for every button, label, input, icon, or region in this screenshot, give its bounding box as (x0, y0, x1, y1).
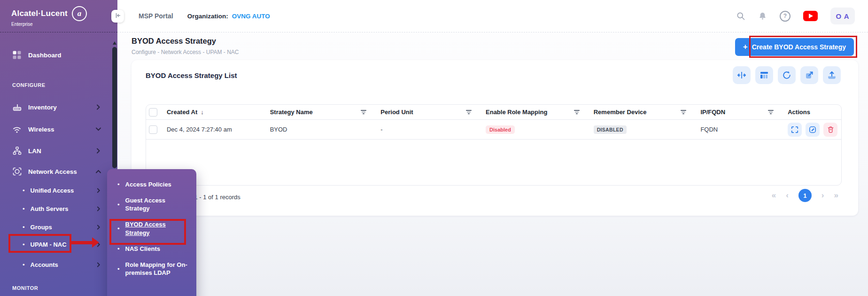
wifi-icon (12, 125, 22, 133)
current-page-button[interactable]: 1 (798, 189, 812, 202)
main-content: BYOD Access Strategy Configure - Network… (117, 32, 868, 296)
column-header-enable-role-mapping[interactable]: Enable Role Mapping (479, 109, 587, 116)
flyout-item-guest-access-strategy[interactable]: • Guest Access Strategy (117, 196, 196, 212)
avatar[interactable]: O A (830, 8, 855, 24)
select-all-checkbox[interactable] (149, 108, 157, 117)
create-byod-strategy-button[interactable]: + Create BYOD Access Strategy (735, 38, 854, 56)
chevron-right-icon (96, 148, 101, 154)
edit-icon[interactable] (806, 123, 820, 137)
sidebar-item-network-access[interactable]: Network Access (0, 163, 117, 180)
flyout-item-nas-clients[interactable]: • NAS Clients (117, 245, 196, 253)
filter-icon[interactable] (681, 110, 686, 114)
sidebar-item-lan[interactable]: LAN (0, 142, 117, 159)
filter-icon[interactable] (466, 110, 472, 114)
chevron-up-icon (96, 170, 101, 174)
columns-icon[interactable] (755, 66, 773, 84)
help-icon[interactable]: ? (780, 11, 790, 22)
bullet-icon: • (117, 245, 120, 252)
upload-icon[interactable] (823, 66, 841, 84)
plus-icon: + (743, 42, 748, 52)
sidebar-item-dashboard[interactable]: Dashboard (0, 47, 117, 63)
bullet-icon: • (117, 181, 120, 188)
sidebar-section-configure: CONFIGURE (12, 82, 46, 88)
bullet-icon: • (23, 205, 25, 212)
chevron-right-icon (96, 104, 101, 110)
sidebar-scrollbar[interactable] (112, 47, 117, 168)
column-header-ip-fqdn[interactable]: IP/FQDN (694, 109, 781, 116)
network-access-icon (12, 167, 22, 176)
sidebar-item-auth-servers[interactable]: • Auth Servers (0, 201, 117, 216)
table-footer: Showing 1 - 1 of 1 records « ‹ 1 › » (132, 188, 858, 209)
flyout-item-role-mapping-ldap[interactable]: • Role Mapping for On-premises LDAP (117, 261, 196, 277)
brand-name: Alcatel·Lucent (11, 9, 68, 18)
column-header-actions: Actions (781, 109, 841, 116)
flyout-item-byod-access-strategy[interactable]: • BYOD Access Strategy (117, 220, 196, 236)
organization-link[interactable]: OVNG AUTO (232, 13, 270, 20)
network-access-flyout: • Access Policies • Guest Access Strateg… (107, 169, 196, 296)
pagination: « ‹ 1 › » (772, 189, 838, 202)
first-page-button[interactable]: « (772, 191, 776, 200)
bullet-icon: • (23, 224, 25, 231)
scrollbar-up-arrow[interactable] (113, 41, 116, 45)
card-title: BYOD Access Strategy List (146, 71, 237, 79)
export-icon[interactable] (800, 66, 818, 84)
filter-icon[interactable] (361, 110, 366, 114)
filter-icon[interactable] (768, 110, 774, 114)
sidebar-item-wireless[interactable]: Wireless (0, 121, 117, 138)
refresh-icon[interactable] (778, 66, 796, 84)
bullet-icon: • (117, 225, 120, 232)
brand-sub: Enterprise (11, 22, 117, 27)
bullet-icon: • (23, 261, 25, 268)
column-header-remember-device[interactable]: Remember Device (587, 109, 694, 116)
sidebar-item-unified-access[interactable]: • Unified Access (0, 183, 117, 198)
sidebar-collapse-button[interactable] (111, 10, 124, 23)
column-header-created-at[interactable]: Created At ↓ (160, 109, 264, 116)
cell-period-unit: - (374, 126, 479, 133)
table-toolbar (733, 66, 841, 84)
sort-desc-icon[interactable]: ↓ (201, 109, 204, 116)
next-page-button[interactable]: › (822, 191, 824, 200)
status-badge: Disabled (486, 125, 515, 134)
chevron-right-icon (97, 242, 101, 247)
sidebar-item-accounts[interactable]: • Accounts (0, 257, 117, 272)
chevron-right-icon (97, 225, 101, 230)
chevron-down-icon (96, 127, 101, 132)
cell-ip-fqdn: FQDN (694, 126, 781, 133)
status-badge: DISABLED (594, 125, 627, 134)
strategy-table: Created At ↓ Strategy Name Period Unit E… (146, 104, 842, 186)
youtube-icon[interactable] (803, 11, 818, 21)
expand-icon[interactable] (788, 123, 802, 137)
sidebar-item-inventory[interactable]: Inventory (0, 99, 117, 116)
bullet-icon: • (23, 241, 25, 248)
table-row[interactable]: Dec 4, 2024 7:27:40 am BYOD - Disabled D… (146, 120, 841, 140)
ale-logo-icon: a (72, 6, 87, 21)
column-header-period-unit[interactable]: Period Unit (374, 109, 479, 116)
breadcrumb: Configure - Network Access - UPAM - NAC (132, 49, 239, 55)
column-header-strategy-name[interactable]: Strategy Name (264, 109, 374, 116)
bullet-icon: • (117, 265, 120, 273)
last-page-button[interactable]: » (834, 191, 838, 200)
filter-icon[interactable] (574, 110, 580, 114)
topbar: MSP Portal Organization: OVNG AUTO ? O A (117, 0, 868, 32)
chevron-right-icon (97, 206, 101, 211)
fit-columns-icon[interactable] (733, 66, 751, 84)
bell-icon[interactable] (758, 11, 767, 21)
portal-name: MSP Portal (139, 12, 173, 20)
dashboard-grid-icon (12, 51, 22, 59)
organization-label: Organization: (187, 13, 228, 20)
sidebar-item-label: LAN (28, 148, 41, 155)
lan-topology-icon (12, 147, 22, 155)
sidebar-section-monitor: MONITOR (12, 285, 38, 291)
chevron-right-icon (97, 188, 101, 193)
sidebar-item-upam-nac[interactable]: • UPAM - NAC (0, 237, 117, 252)
cell-created-at: Dec 4, 2024 7:27:40 am (160, 126, 264, 133)
search-icon[interactable] (736, 11, 745, 21)
chevron-right-icon (97, 262, 101, 267)
table-header-row: Created At ↓ Strategy Name Period Unit E… (146, 105, 841, 120)
prev-page-button[interactable]: ‹ (786, 191, 789, 200)
delete-icon[interactable] (823, 123, 837, 137)
sidebar-item-groups[interactable]: • Groups (0, 219, 117, 234)
flyout-item-access-policies[interactable]: • Access Policies (117, 180, 196, 188)
sidebar-item-label: Inventory (28, 104, 57, 111)
row-checkbox[interactable] (149, 125, 157, 134)
